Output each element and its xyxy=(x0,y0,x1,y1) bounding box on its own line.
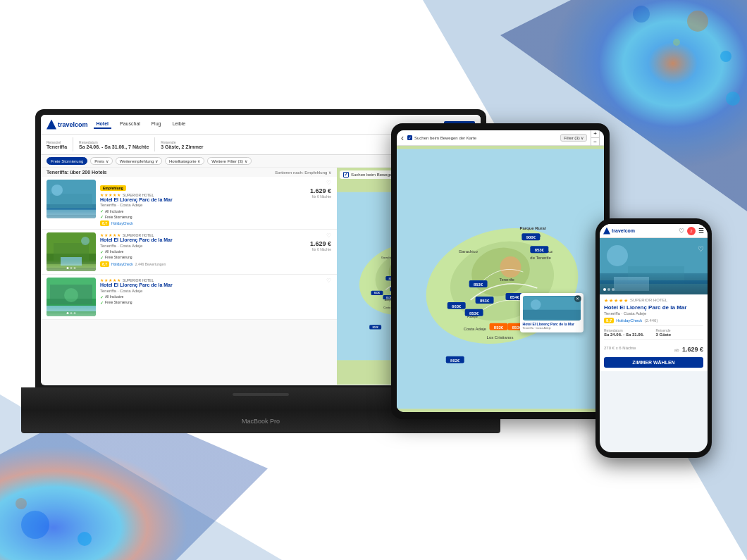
tag-inclusive: ✓All Inclusive xyxy=(100,209,173,213)
empfehlung-badge: Empfehlung xyxy=(100,185,126,191)
map-popup[interactable]: ✕ Hotel El Llorenç Parc de la Mar Teneri… xyxy=(520,293,584,332)
svg-point-16 xyxy=(51,185,63,196)
destination-field[interactable]: Reiseziel Teneriffa xyxy=(47,140,67,149)
svg-text:Garachico: Garachico xyxy=(459,249,479,254)
svg-rect-99 xyxy=(600,273,708,294)
star: ★ xyxy=(619,298,623,304)
hotel-info-2: ★ ★ ★ ★ ★ Superior Hotel Hotel El Lloren… xyxy=(100,232,331,271)
svg-text:Tenerife: Tenerife xyxy=(500,278,515,282)
checkbox-check: ✓ xyxy=(344,172,348,178)
search-divider-1 xyxy=(73,137,73,151)
search-divider-2 xyxy=(154,137,155,151)
svg-point-97 xyxy=(531,299,541,310)
hotel-info-top-3: ★ ★ ★ ★ ★ Superior Hotel Hotel El Lloren… xyxy=(100,278,331,304)
hotel-card-1[interactable]: Empfehlung ★ ★ ★ ★ ★ Superior Hotel xyxy=(41,177,337,230)
hotel-info-top-2: ★ ★ ★ ★ ★ Superior Hotel Hotel El Lloren… xyxy=(100,232,331,266)
nav-leible[interactable]: Leible xyxy=(169,120,188,129)
svg-rect-102 xyxy=(600,280,708,284)
nav-flug[interactable]: Flug xyxy=(149,120,164,129)
star: ★ xyxy=(104,232,108,237)
hotel-info-3: ★ ★ ★ ★ ★ Superior Hotel Hotel El Lloren… xyxy=(100,278,331,316)
phone-price-right-col: ab 1.629 € xyxy=(674,342,703,354)
back-btn[interactable]: ‹ xyxy=(401,133,404,143)
hotel-list-panel: Teneriffa: über 200 Hotels Sortieren nac… xyxy=(41,168,337,385)
filter-weitere[interactable]: Weitere Filter (3) ∨ xyxy=(207,157,251,165)
phone-fav-icon[interactable]: ♡ xyxy=(698,242,704,254)
zoom-out-btn[interactable]: − xyxy=(591,138,599,146)
nav-hotel[interactable]: Hotel xyxy=(94,120,112,129)
phone-price-row: 270 € x 6 Nächte ab 1.629 € xyxy=(604,342,703,354)
rating-source-1: HolidayCheck xyxy=(111,221,133,225)
hotel-details-3: ★ ★ ★ ★ ★ Superior Hotel Hotel El Lloren… xyxy=(100,278,173,304)
nav-pauschal[interactable]: Pauschal xyxy=(117,120,143,129)
phone-hotel-image: ♡ xyxy=(600,238,708,294)
price-1: 1.629 € xyxy=(310,187,331,194)
svg-text:853€: 853€ xyxy=(469,311,479,316)
svg-text:Parque Rural: Parque Rural xyxy=(519,226,545,230)
svg-rect-96 xyxy=(523,309,581,319)
phone-badge: 2 xyxy=(690,229,692,233)
phone-menu-icon[interactable]: ☰ xyxy=(698,228,704,235)
filter-preis[interactable]: Preis ∨ xyxy=(90,157,112,165)
sort-value[interactable]: Empfehlung ∨ xyxy=(304,170,331,175)
hotel-card-2[interactable]: ★ ★ ★ ★ ★ Superior Hotel Hotel El Lloren… xyxy=(41,230,337,275)
price-label-1: für 6 Nächte xyxy=(312,194,331,199)
stars-type-row-2: ★ ★ ★ ★ ★ Superior Hotel xyxy=(100,232,173,237)
svg-point-65 xyxy=(500,256,521,278)
img-dots-1 xyxy=(67,222,76,224)
dot xyxy=(70,267,73,269)
star: ★ xyxy=(117,278,121,282)
star: ★ xyxy=(624,298,628,304)
hotel-price-col-2: ♡ 1.629 € für 6 Nächte xyxy=(310,232,331,251)
guests-field[interactable]: Reisende 3 Gäste, 2 Zimmer xyxy=(161,140,203,149)
dot xyxy=(612,288,615,291)
sort-row: Sortieren nach: Empfehlung ∨ xyxy=(275,170,331,175)
tablet-map-svg: Parque Rural de Anaga Santa Cruz de Tene… xyxy=(397,146,604,412)
svg-text:de Tenerife: de Tenerife xyxy=(530,256,551,260)
filter-btn[interactable]: Filter (3) ∨ xyxy=(560,134,587,142)
logo-icon xyxy=(47,120,56,130)
svg-text:853€: 853€ xyxy=(535,248,545,252)
tag-inclusive-3: ✓All Inclusive xyxy=(100,294,173,299)
hotel-img-wrapper-2 xyxy=(47,232,96,271)
phone-heart-icon[interactable]: ♡ xyxy=(679,228,684,235)
dot xyxy=(67,267,69,269)
heart-icon-2[interactable]: ♡ xyxy=(326,232,331,239)
zoom-in-btn[interactable]: + xyxy=(591,130,599,138)
heart-icon-1[interactable]: ♡ xyxy=(326,180,331,186)
phone-dates-row: Reisedatum Sa 24.06. - Sa 31.06. Reisend… xyxy=(604,328,703,337)
tablet-search-checkbox-row[interactable]: ✓ Suchen beim Bewegen der Karte xyxy=(407,135,476,140)
date-value: Sa 24.06. - Sa 31.06., 7 Nächte xyxy=(79,144,149,149)
tablet-checkbox: ✓ xyxy=(407,135,412,140)
hotel-card-3[interactable]: ★ ★ ★ ★ ★ Superior Hotel Hotel El Lloren… xyxy=(41,275,337,320)
hotel-type-3: Superior Hotel xyxy=(123,278,154,282)
dot xyxy=(67,312,69,314)
filter-kategorie[interactable]: Hotelkategorie ∨ xyxy=(165,157,204,165)
phone-guests-field: Reisende 3 Gäste xyxy=(656,328,704,337)
filter-empfehlung[interactable]: Weiterempfehlung ∨ xyxy=(116,157,162,165)
hotel-details: Empfehlung ★ ★ ★ ★ ★ Superior Hotel xyxy=(100,180,173,226)
phone-book-btn[interactable]: ZIMMER WÄHLEN xyxy=(604,357,703,368)
phone-rating-source: HolidayCheck xyxy=(616,318,642,323)
rating-count-2: 2.446 Bewertungen xyxy=(135,262,166,266)
hotel-name-3: Hotel El Llorenç Parc de la Mar xyxy=(100,282,173,288)
tag-storno-2: ✓Freie Stornierung xyxy=(100,255,173,260)
phone-hotel-location: Teneriffa · Costa Adeje xyxy=(604,311,703,316)
tag-storno: ✓Freie Stornierung xyxy=(100,214,173,219)
guests-value: 3 Gäste, 2 Zimmer xyxy=(161,144,203,149)
filter-stornierung[interactable]: Freie Stornierung xyxy=(47,157,87,165)
star: ★ xyxy=(109,278,112,282)
svg-text:802€: 802€ xyxy=(450,359,460,363)
logo-text: travelcom xyxy=(58,121,88,128)
tablet-search-label: Suchen beim Bewegen der Karte xyxy=(414,136,476,140)
heart-icon-3[interactable]: ♡ xyxy=(326,278,331,284)
popup-close-btn[interactable]: ✕ xyxy=(574,295,581,302)
hotel-name-1: Hotel El Llorenç Parc de la Mar xyxy=(100,197,173,203)
tablet-map: Parque Rural de Anaga Santa Cruz de Tene… xyxy=(397,146,604,412)
hotel-img-1 xyxy=(47,180,96,218)
hotel-tags-2: ✓All Inclusive ✓Freie Stornierung xyxy=(100,249,173,260)
price-2: 1.629 € xyxy=(310,240,331,247)
phone-price: 1.629 € xyxy=(682,346,703,353)
stars-type-row-3: ★ ★ ★ ★ ★ Superior Hotel xyxy=(100,278,173,282)
date-field[interactable]: Reisedatum Sa 24.06. - Sa 31.06., 7 Näch… xyxy=(79,140,149,149)
